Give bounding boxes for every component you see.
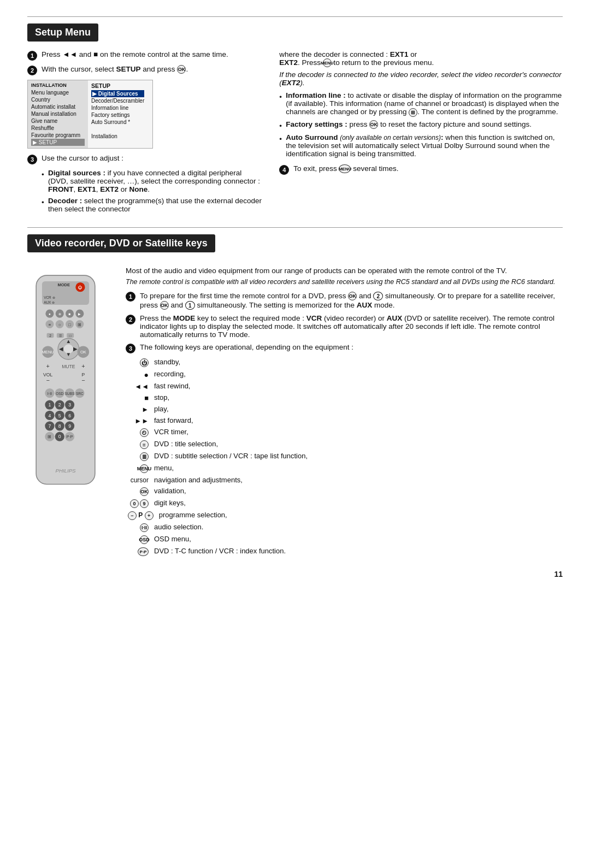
key-standby-label: standby, [154,358,563,366]
menu-r-autosurround: Auto Surround * [91,119,144,126]
key-stop: ■ stop, [128,393,563,402]
key-osd: OSD OSD menu, [128,535,563,544]
stop-icon: ■ [144,394,149,402]
key-cursor: cursor navigation and adjustments, [128,476,563,484]
ok-key-vdr2: OK [160,301,169,310]
bullet-digital-text: Digital sources : if you have connected … [48,169,263,193]
svg-text:≡: ≡ [49,322,51,327]
key-menu-icon-col: MENU [128,464,149,473]
svg-text:□: □ [69,334,72,338]
step-2-number: 2 [27,66,37,75]
nine-icon: 9 [140,499,149,508]
step-3-text: Use the cursor to adjust : [42,154,123,162]
ext2-text: EXT2. Press MENU to return to the previo… [279,58,563,67]
key-dvd-title: ≡ DVD : title selection, [128,440,563,449]
key-fforward-icon-col: ►► [128,416,149,425]
menu-item-setup: ▶ SETUP [31,139,85,146]
key-dvd-sub-icon-col: ≣ [128,452,149,461]
menu-r-info: Information line [91,104,144,111]
key-standby: ⏻ standby, [128,358,563,367]
remote-col: MODE ⏻ VCR ⊚ AUX ⊚ ● ⊕ ■ ▶ ≡ [27,267,115,559]
step-4-number: 4 [279,165,289,175]
key-fforward-label: fast forward, [154,416,563,424]
bullet-infoline-text: Information line : to activate or disabl… [286,91,563,116]
key-pp-icon-col: P·P [128,547,149,556]
ok-key-vdr1: OK [348,292,357,300]
bullet-autosurround-text: Auto Surround (only available on certain… [286,133,563,158]
svg-rect-0 [36,275,95,484]
fforward-icon: ►► [134,417,149,425]
key-recording-icon-col: ● [128,370,149,379]
svg-text:⊞: ⊞ [78,322,81,327]
svg-text:SRC: SRC [76,392,84,395]
key-prog: − P + programme selection, [128,511,563,520]
key-rewind-icon-col: ◄◄ [128,382,149,391]
vdr-step-1-text: To prepare for the first time the remote… [140,291,563,310]
key-osd-label: OSD menu, [154,535,563,543]
svg-text:4: 4 [49,413,51,418]
svg-text:MENU: MENU [42,350,54,355]
menu-item-manual: Manual installation [31,110,85,117]
menu-r-blank [91,126,144,133]
vcr-timer-icon: ⏲ [140,428,149,437]
key-dvd-title-icon-col: ≡ [128,440,149,449]
svg-text:MUTE: MUTE [62,364,75,369]
svg-text:■: ■ [69,312,71,316]
step-1: 1 Press ◄◄ and ■ on the remote control a… [27,50,263,61]
vdr-step-3-num: 3 [126,344,135,353]
menu-right-col: SETUP ▶ Digital Sources Decoder/Descramb… [88,80,148,148]
bullet-autosurround: • Auto Surround (only available on certa… [279,133,563,158]
step-2: 2 With the cursor, select SETUP and pres… [27,65,263,75]
svg-text:MODE: MODE [57,282,70,287]
key-ok: OK validation, [128,487,563,496]
key-digits-icon-col: 0 9 [128,499,149,508]
key-dvd-sub-label: DVD : subtitle selection / VCR : tape li… [154,452,563,460]
menu-installation-title: INSTALLATION [31,82,85,88]
svg-text:PHILIPS: PHILIPS [55,468,76,474]
key-dvd-sub: ≣ DVD : subtitle selection / VCR : tape … [128,452,563,461]
remote-svg: MODE ⏻ VCR ⊚ AUX ⊚ ● ⊕ ■ ▶ ≡ [27,267,104,496]
ok-icon: OK [140,487,149,496]
menu-item-reshuffle: Reshuffle [31,125,85,132]
bullet-dot-1: • [42,170,45,179]
key-dvd-title-label: DVD : title selection, [154,440,563,448]
key-recording-label: recording, [154,370,563,378]
svg-text:▼: ▼ [66,351,72,357]
pp-icon: P·P [138,547,149,556]
left-bullets: • Digital sources : if you have connecte… [42,169,263,213]
vdr-step-2: 2 Press the MODE key to select the requi… [126,314,563,339]
svg-text:◀: ◀ [59,346,63,352]
menu-setup-label: SETUP [91,82,144,89]
setup-menu-title: Setup Menu [27,23,98,42]
svg-text:AUX ⊚: AUX ⊚ [44,300,55,304]
audio-icon: I·II [140,523,149,532]
dvd-sub-icon: ≣ [140,452,149,461]
bullet-infoline: • Information line : to activate or disa… [279,91,563,116]
page-number: 11 [27,570,563,578]
key-prog-label: programme selection, [159,511,563,519]
key-vcr-timer-icon-col: ⏲ [128,428,149,437]
zero-icon: 0 [130,499,139,508]
key-menu-label: menu, [154,464,563,472]
key-stop-label: stop, [154,393,563,401]
svg-text:○: ○ [58,322,61,327]
vdr-title: Video recorder, DVD or Satellite keys [27,234,215,252]
svg-text:OSD: OSD [56,392,63,395]
svg-text:0: 0 [58,434,61,439]
svg-text:⏻: ⏻ [78,285,82,290]
key-cursor-icon-col: cursor [128,476,149,484]
keys-list: ⏻ standby, ● recording, ◄◄ fast rewind, [128,358,563,556]
key-standby-icon-col: ⏻ [128,358,149,367]
step-4: 4 To exit, press MENU several times. [279,164,563,175]
svg-text:+: + [46,363,50,369]
menu-item-auto: Automatic installat [31,103,85,110]
menu-r-decoder: Decoder/Descrambler [91,97,144,104]
svg-text:▶: ▶ [78,312,81,316]
svg-text:⊞: ⊞ [48,434,51,439]
menu-r-digital: ▶ Digital Sources [91,90,144,97]
ok-key: OK [177,65,186,74]
key-fforward: ►► fast forward, [128,416,563,425]
bullet-decoder-text: Decoder : select the programme(s) that u… [48,197,263,213]
menu-box-inner: INSTALLATION Menu language Country Autom… [28,80,152,148]
key-audio-label: audio selection. [154,523,563,531]
